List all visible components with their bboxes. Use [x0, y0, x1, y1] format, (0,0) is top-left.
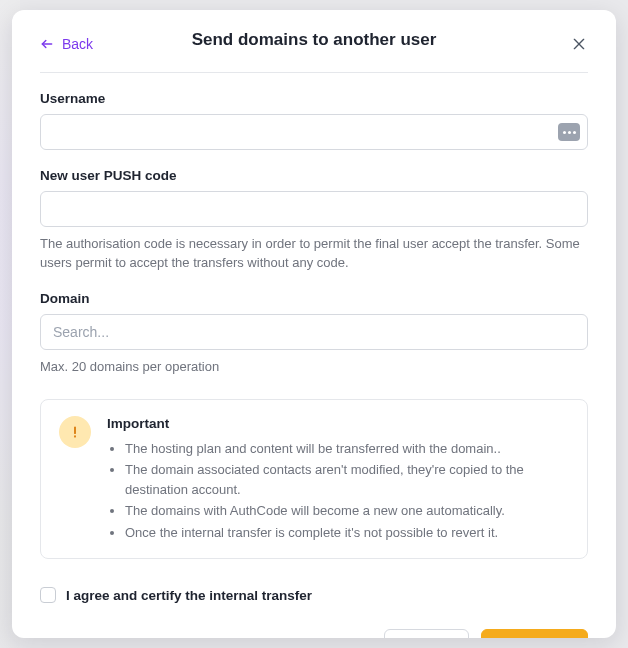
agree-checkbox[interactable]: [40, 587, 56, 603]
more-icon[interactable]: [558, 123, 580, 141]
notice-body: Important The hosting plan and content w…: [107, 416, 569, 545]
domain-label: Domain: [40, 291, 588, 306]
modal-header: Back: [40, 30, 588, 58]
header-divider: [40, 72, 588, 73]
domain-search-input[interactable]: [40, 314, 588, 350]
notice-item: The domains with AuthCode will become a …: [125, 501, 569, 521]
back-label: Back: [62, 36, 93, 52]
notice-item: The domain associated contacts aren't mo…: [125, 460, 569, 499]
close-icon: [571, 36, 587, 52]
notice-title: Important: [107, 416, 569, 431]
username-input-wrap: [40, 114, 588, 150]
modal-footer: Cancel Transferir: [40, 629, 588, 638]
notice-list: The hosting plan and content will be tra…: [107, 439, 569, 543]
username-label: Username: [40, 91, 588, 106]
domain-help: Max. 20 domains per operation: [40, 358, 588, 377]
agree-label: I agree and certify the internal transfe…: [66, 588, 312, 603]
cancel-button[interactable]: Cancel: [384, 629, 470, 638]
push-code-label: New user PUSH code: [40, 168, 588, 183]
submit-button[interactable]: Transferir: [481, 629, 588, 638]
push-code-input-wrap: [40, 191, 588, 227]
username-input[interactable]: [40, 114, 588, 150]
domain-input-wrap: [40, 314, 588, 350]
back-button[interactable]: Back: [40, 36, 93, 52]
agree-row: I agree and certify the internal transfe…: [40, 587, 588, 603]
exclamation-icon: [59, 416, 91, 448]
important-notice: Important The hosting plan and content w…: [40, 399, 588, 560]
transfer-modal: Send domains to another user Back Userna…: [12, 10, 616, 638]
close-button[interactable]: [570, 35, 588, 53]
notice-item: Once the internal transfer is complete i…: [125, 523, 569, 543]
push-code-help: The authorisation code is necessary in o…: [40, 235, 588, 273]
arrow-left-icon: [40, 37, 54, 51]
notice-item: The hosting plan and content will be tra…: [125, 439, 569, 459]
push-code-input[interactable]: [40, 191, 588, 227]
